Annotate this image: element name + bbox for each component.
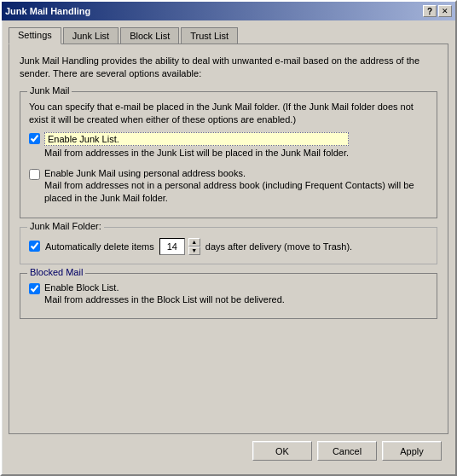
enable-block-list-label: Enable Block List. <box>44 282 285 293</box>
spinner-up-button[interactable]: ▲ <box>188 238 200 247</box>
content-area: Settings Junk List Block List Trust List… <box>2 20 455 474</box>
tab-junk-list[interactable]: Junk List <box>63 27 119 44</box>
enable-block-list-sublabel: Mail from addresses in the Block List wi… <box>44 293 285 306</box>
junk-mail-group: Junk Mail You can specify that e-mail be… <box>20 91 437 218</box>
enable-junk-address-sublabel: Mail from addresses not in a personal ad… <box>44 179 428 206</box>
button-row: OK Cancel Apply <box>9 434 448 467</box>
close-button[interactable]: ✕ <box>438 5 452 17</box>
tab-trust-list[interactable]: Trust List <box>181 27 238 44</box>
main-window: Junk Mail Handling ? ✕ Settings Junk Lis… <box>0 0 457 476</box>
apply-button[interactable]: Apply <box>382 441 442 461</box>
junk-list-option-row: Enable Junk List. Mail from addresses in… <box>29 132 428 160</box>
help-button[interactable]: ? <box>423 5 437 17</box>
junk-folder-group-label: Junk Mail Folder: <box>27 221 104 231</box>
enable-junk-list-checkbox[interactable] <box>29 133 40 144</box>
title-bar-controls: ? ✕ <box>423 5 452 17</box>
days-input[interactable] <box>159 238 185 255</box>
blocked-mail-group-label: Blocked Mail <box>27 267 85 277</box>
block-list-label-group: Enable Block List. Mail from addresses i… <box>44 282 285 306</box>
window-title: Junk Mail Handling <box>5 6 90 16</box>
junk-address-book-label-group: Enable Junk Mail using personal address … <box>44 168 428 206</box>
enable-junk-address-checkbox[interactable] <box>29 169 40 180</box>
enable-junk-list-sublabel: Mail from addresses in the Junk List wil… <box>44 147 349 160</box>
spinner-buttons: ▲ ▼ <box>188 238 200 255</box>
junk-list-label-group: Enable Junk List. Mail from addresses in… <box>44 132 349 160</box>
tab-settings[interactable]: Settings <box>9 27 61 44</box>
enable-block-list-checkbox[interactable] <box>29 283 40 294</box>
days-spinner: ▲ ▼ <box>159 238 200 255</box>
enable-junk-address-label: Enable Junk Mail using personal address … <box>44 168 428 178</box>
settings-description: Junk Mail Handling provides the ability … <box>20 55 437 81</box>
title-bar: Junk Mail Handling ? ✕ <box>2 2 455 20</box>
auto-delete-label: Automatically delete items <box>45 241 154 252</box>
junk-mail-group-label: Junk Mail <box>27 85 72 96</box>
cancel-button[interactable]: Cancel <box>317 441 377 461</box>
auto-delete-checkbox[interactable] <box>29 241 40 252</box>
spinner-down-button[interactable]: ▼ <box>188 247 200 255</box>
junk-folder-group: Junk Mail Folder: Automatically delete i… <box>20 227 437 264</box>
junk-mail-group-content: You can specify that e-mail be placed in… <box>29 101 428 206</box>
ok-button[interactable]: OK <box>252 441 312 461</box>
auto-delete-row: Automatically delete items ▲ ▼ days afte… <box>29 238 428 255</box>
junk-address-book-option-row: Enable Junk Mail using personal address … <box>29 168 428 206</box>
blocked-mail-group: Blocked Mail Enable Block List. Mail fro… <box>20 273 437 319</box>
tab-block-list[interactable]: Block List <box>120 27 179 44</box>
settings-panel: Junk Mail Handling provides the ability … <box>9 44 448 434</box>
blocked-mail-group-content: Enable Block List. Mail from addresses i… <box>29 282 428 306</box>
block-list-option-row: Enable Block List. Mail from addresses i… <box>29 282 428 306</box>
enable-junk-list-label: Enable Junk List. <box>44 132 349 146</box>
junk-mail-description: You can specify that e-mail be placed in… <box>29 101 428 127</box>
days-suffix-label: days after delivery (move to Trash). <box>205 241 352 252</box>
tab-bar: Settings Junk List Block List Trust List <box>9 27 448 44</box>
